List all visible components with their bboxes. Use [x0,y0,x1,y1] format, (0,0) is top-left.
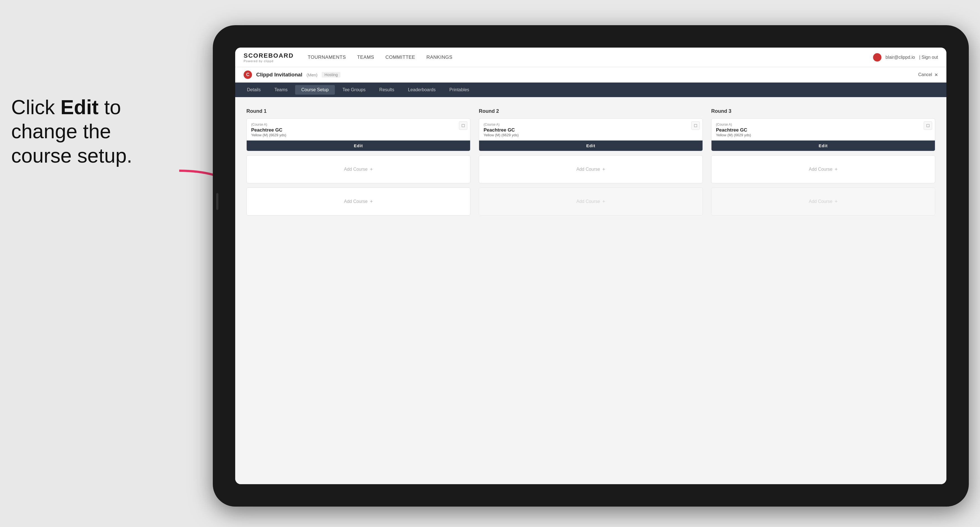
round-1-course-name: Peachtree GC [251,127,466,133]
logo-title: SCOREBOARD [243,52,294,59]
tab-leaderboards[interactable]: Leaderboards [402,85,442,95]
tabs-bar: Details Teams Course Setup Tee Groups Re… [235,83,947,97]
plus-icon-5: + [835,167,838,172]
round-1-course-header: ☐ (Course A) Peachtree GC Yellow (M) (66… [247,119,470,141]
nav-left: SCOREBOARD Powered by clippd TOURNAMENTS… [243,52,452,63]
round-1-edit-button[interactable]: Edit [247,141,470,151]
round-2-edit-button[interactable]: Edit [479,141,703,151]
logo-area: SCOREBOARD Powered by clippd [243,52,294,63]
nav-link-committee[interactable]: COMMITTEE [385,55,415,60]
round-2-course-details: Yellow (M) (6629 yds) [484,133,698,137]
round-1-course-label: (Course A) [251,122,466,127]
nav-links: TOURNAMENTS TEAMS COMMITTEE RANKINGS [308,55,452,60]
instruction-text: Click Edit tochange thecourse setup. [11,95,193,168]
plus-icon-2: + [370,199,373,205]
sign-out-link[interactable]: | Sign out [919,55,938,60]
delete-icon-2: ☐ [694,124,697,128]
round-1-card-actions: ☐ [459,121,467,130]
tablet-screen: SCOREBOARD Powered by clippd TOURNAMENTS… [235,48,947,484]
round-3-delete-button[interactable]: ☐ [924,121,932,130]
tournament-left: C Clippd Invitational (Men) Hosting [243,70,340,79]
round-2-delete-button[interactable]: ☐ [691,121,700,130]
round-3-course-name: Peachtree GC [716,127,931,133]
tab-tee-groups[interactable]: Tee Groups [336,85,372,95]
round-3-add-course-text-2: Add Course + [809,199,837,205]
round-3-column: Round 3 ☐ (Course A) Peachtree GC Yellow… [711,108,935,220]
c-logo: C [243,70,252,79]
cancel-button[interactable]: Cancel ✕ [918,72,938,78]
round-3-edit-button[interactable]: Edit [711,141,935,151]
avatar [873,53,881,62]
round-2-add-course-text-1: Add Course + [576,167,605,172]
logo-sub: Powered by clippd [243,59,294,63]
round-1-add-course-1[interactable]: Add Course + [247,156,470,183]
round-2-course-card: ☐ (Course A) Peachtree GC Yellow (M) (66… [479,118,703,151]
tablet-frame: SCOREBOARD Powered by clippd TOURNAMENTS… [213,25,969,506]
round-3-title: Round 3 [711,108,935,114]
round-3-add-course-text-1: Add Course + [809,167,837,172]
round-3-add-course-1[interactable]: Add Course + [711,156,935,183]
tab-course-setup[interactable]: Course Setup [295,85,335,95]
round-1-column: Round 1 ☐ (Course A) Peachtree GC Yellow… [247,108,470,220]
round-3-course-header: ☐ (Course A) Peachtree GC Yellow (M) (66… [711,119,935,141]
round-1-add-course-2[interactable]: Add Course + [247,187,470,216]
main-content: Round 1 ☐ (Course A) Peachtree GC Yellow… [235,97,947,484]
round-2-title: Round 2 [479,108,703,114]
plus-icon-6: + [835,199,838,205]
hosting-badge: Hosting [322,72,340,78]
plus-icon: + [370,167,373,172]
user-email: blair@clippd.io [886,55,915,60]
nav-link-rankings[interactable]: RANKINGS [426,55,452,60]
plus-icon-3: + [602,167,605,172]
round-1-title: Round 1 [247,108,470,114]
round-3-course-card: ☐ (Course A) Peachtree GC Yellow (M) (66… [711,118,935,151]
round-1-course-card: ☐ (Course A) Peachtree GC Yellow (M) (66… [247,118,470,151]
delete-icon: ☐ [461,124,465,128]
round-2-course-header: ☐ (Course A) Peachtree GC Yellow (M) (66… [479,119,703,141]
round-2-column: Round 2 ☐ (Course A) Peachtree GC Yellow… [479,108,703,220]
tournament-gender: (Men) [307,73,318,77]
nav-link-tournaments[interactable]: TOURNAMENTS [308,55,346,60]
round-2-add-course-1[interactable]: Add Course + [479,156,703,183]
round-2-course-label: (Course A) [484,122,698,127]
cancel-label: Cancel [918,72,932,77]
round-3-add-course-2: Add Course + [711,187,935,216]
tab-results[interactable]: Results [373,85,400,95]
round-2-card-actions: ☐ [691,121,700,130]
delete-icon-3: ☐ [926,124,930,128]
tournament-name: Clippd Invitational [256,71,302,78]
round-1-add-course-text-1: Add Course + [344,167,373,172]
close-icon: ✕ [934,72,938,78]
round-3-card-actions: ☐ [924,121,932,130]
top-nav: SCOREBOARD Powered by clippd TOURNAMENTS… [235,48,947,67]
round-3-course-details: Yellow (M) (6629 yds) [716,133,931,137]
round-2-course-name: Peachtree GC [484,127,698,133]
tab-details[interactable]: Details [241,85,267,95]
round-3-course-label: (Course A) [716,122,931,127]
tab-teams[interactable]: Teams [268,85,294,95]
plus-icon-4: + [602,199,605,205]
tab-printables[interactable]: Printables [443,85,476,95]
nav-link-teams[interactable]: TEAMS [357,55,374,60]
round-1-course-details: Yellow (M) (6629 yds) [251,133,466,137]
round-1-add-course-text-2: Add Course + [344,199,373,205]
round-2-add-course-2: Add Course + [479,187,703,216]
nav-right: blair@clippd.io | Sign out [873,53,938,62]
tournament-header: C Clippd Invitational (Men) Hosting Canc… [235,67,947,83]
rounds-container: Round 1 ☐ (Course A) Peachtree GC Yellow… [247,108,935,220]
round-2-add-course-text-2: Add Course + [576,199,605,205]
round-1-delete-button[interactable]: ☐ [459,121,467,130]
